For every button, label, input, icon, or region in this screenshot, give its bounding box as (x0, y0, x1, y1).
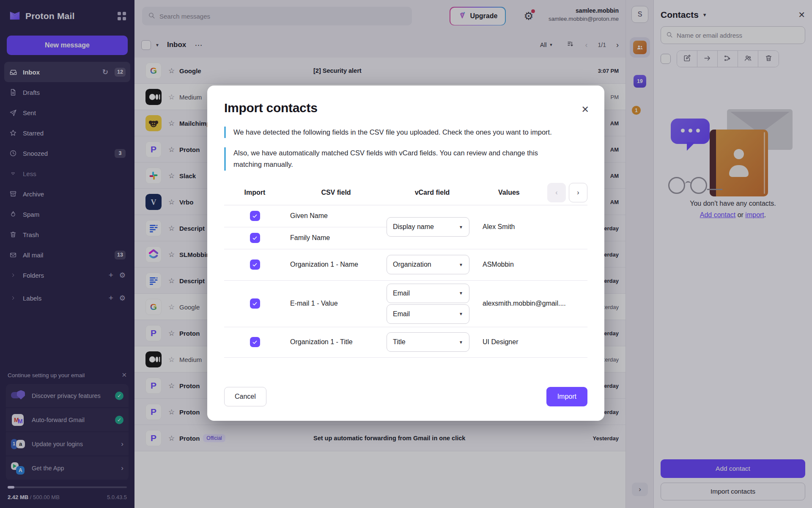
csv-field-label: Organization 1 - Name (285, 261, 387, 268)
values-next-button[interactable]: › (569, 183, 587, 202)
import-checkbox[interactable] (250, 337, 260, 347)
mapped-value: Alex Smith (478, 223, 587, 231)
csv-field-label: E-mail 1 - Value (285, 300, 387, 307)
modal-title: Import contacts (224, 101, 587, 115)
mapping-row-group: Given NameFamily NameDisplay name▼Alex S… (224, 205, 587, 249)
csv-field-label: Family Name (285, 234, 387, 242)
import-checkbox[interactable] (250, 260, 260, 270)
vcard-field-select[interactable]: Title▼ (387, 332, 469, 352)
proton-mail-app: Proton Mail New message Inbox↻12DraftsSe… (0, 0, 812, 508)
vcard-field-select[interactable]: Email▼ (387, 284, 469, 303)
mapping-row-group: Organization 1 - TitleTitle▼UI Designer (224, 327, 587, 358)
mapped-value: UI Designer (478, 338, 587, 346)
cancel-button[interactable]: Cancel (224, 387, 266, 406)
csv-field-label: Given Name (285, 212, 387, 220)
csv-field-label: Organization 1 - Title (285, 338, 387, 346)
vcard-field-select[interactable]: Organization▼ (387, 255, 469, 274)
import-checkbox[interactable] (250, 211, 260, 221)
import-contacts-modal: Import contacts ✕ We have detected the f… (207, 86, 604, 421)
import-checkbox[interactable] (250, 298, 260, 309)
vcard-field-select[interactable]: Email▼ (387, 304, 469, 324)
mapping-table-body: Given NameFamily NameDisplay name▼Alex S… (224, 205, 587, 358)
import-button[interactable]: Import (546, 387, 587, 406)
values-prev-button[interactable]: ‹ (547, 183, 566, 202)
mapping-table-header: Import CSV field vCard field Values ‹ › (224, 181, 587, 205)
modal-info-1: We have detected the following fields in… (224, 127, 558, 138)
modal-close-icon[interactable]: ✕ (582, 105, 589, 114)
mapped-value: ASMobbin (478, 261, 587, 268)
mapping-row-group: E-mail 1 - ValueEmail▼Email▼alexsmith.mo… (224, 281, 587, 327)
mapping-row-group: Organization 1 - NameOrganization▼ASMobb… (224, 249, 587, 281)
vcard-field-select[interactable]: Display name▼ (387, 217, 469, 237)
modal-info-2: Also, we have automatically matched CSV … (224, 147, 558, 170)
import-checkbox[interactable] (250, 233, 260, 243)
mapped-value: alexsmith.mobbin@gmail.... (478, 300, 587, 307)
